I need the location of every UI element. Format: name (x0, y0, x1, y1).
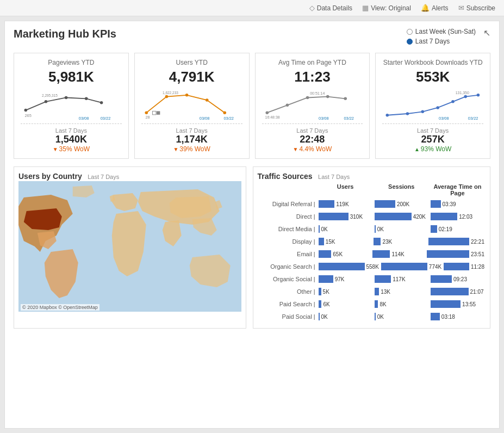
kpi-workbook-last7-label: Last 7 Days (382, 127, 483, 134)
svg-point-23 (326, 95, 329, 98)
view-label: View: Original (371, 4, 411, 12)
users-bar (319, 313, 320, 320)
traffic-sessions-bar-cell: 774K (380, 263, 443, 270)
header-row: Marketing Hub KPIs Last Week (Sun-Sat) L… (14, 28, 490, 45)
svg-point-35 (477, 94, 480, 97)
svg-point-34 (464, 95, 468, 98)
svg-point-31 (421, 110, 425, 114)
time-bar (431, 275, 452, 283)
svg-point-0 (24, 109, 28, 112)
wow-down-arrow (53, 145, 58, 153)
sessions-value: 200K (397, 201, 409, 207)
sessions-bar (375, 313, 376, 320)
users-value: 15K (326, 239, 335, 245)
users-value: 97K (335, 276, 345, 282)
time-value: 21:07 (470, 289, 484, 295)
traffic-time-bar-cell: 23:51 (426, 250, 486, 258)
traffic-row: Email | 65K 114K 23:51 (258, 249, 486, 259)
sessions-bar (375, 213, 412, 220)
traffic-sessions-bar-cell: 0K (374, 313, 430, 320)
traffic-sessions-bar-cell: 114K (371, 250, 426, 258)
traffic-row: Digital Referral | 119K 200K 03:39 (258, 199, 486, 209)
main-content: Marketing Hub KPIs Last Week (Sun-Sat) L… (4, 21, 500, 429)
traffic-source-label: Organic Social | (258, 276, 318, 282)
wow-down-arrow-2 (173, 145, 178, 153)
kpi-workbook: Starter Workbook Downloads YTD 553K 131,… (375, 53, 490, 159)
traffic-time-bar-cell: 13:55 (430, 300, 486, 308)
kpi-workbook-last7-value: 257K (382, 134, 483, 145)
time-value: 11:28 (471, 264, 484, 270)
traffic-users-bar-cell: 5K (318, 288, 374, 295)
kpi-users-chart: 28 1,622,233 03/08 03/22 (141, 88, 242, 120)
kpi-users-last7-value: 1,174K (141, 134, 242, 145)
time-bar (431, 300, 461, 308)
kpi-pageviews-wow: 35% WoW (21, 145, 122, 153)
traffic-users-bar-cell: 0K (318, 313, 374, 320)
svg-point-21 (285, 104, 289, 107)
traffic-time-bar-cell: 21:07 (430, 288, 486, 295)
time-bar (431, 313, 440, 320)
svg-text:16:48:38: 16:48:38 (265, 115, 279, 119)
map-section-title: Users by Country Last 7 Days (18, 171, 241, 181)
svg-text:28: 28 (145, 115, 150, 120)
last-7-days-label: Last 7 Days (415, 38, 450, 45)
kpi-pageviews-label: Pageviews YTD (21, 59, 122, 66)
traffic-sessions-bar-cell: 8K (374, 300, 430, 308)
traffic-time-bar-cell: 11:28 (443, 263, 486, 270)
svg-point-2 (65, 96, 68, 100)
svg-point-10 (165, 95, 168, 98)
alerts-button[interactable]: 🔔 Alerts (421, 4, 449, 12)
last-7-days-radio[interactable] (407, 39, 413, 45)
traffic-source-label: Other | (258, 288, 318, 295)
traffic-subtitle: Last 7 Days (318, 174, 350, 180)
view-icon: ▦ (362, 4, 369, 12)
svg-text:131,350: 131,350 (456, 91, 469, 95)
svg-point-33 (451, 100, 455, 103)
kpi-pageviews-value: 5,981K (21, 69, 122, 85)
kpi-users-last7-label: Last 7 Days (141, 127, 242, 134)
kpi-avg-time-wow: 4.4% WoW (262, 145, 363, 153)
svg-point-12 (206, 98, 209, 102)
kpi-pageviews-last7-label: Last 7 Days (21, 127, 122, 134)
traffic-title: Traffic Sources (258, 172, 313, 181)
map-copyright: © 2020 Mapbox © OpenStreetMap (21, 304, 99, 311)
kpi-cards-row: Pageviews YTD 5,981K 265 2,295,315 03/08… (14, 53, 490, 159)
last-7-days-option[interactable]: Last 7 Days (407, 38, 476, 45)
kpi-avg-time-chart: 16:48:38 00:51:14 03/08 03/22 (262, 88, 363, 120)
svg-text:03/22: 03/22 (344, 116, 354, 120)
users-bar (319, 213, 349, 220)
traffic-source-label: Direct | (258, 213, 318, 220)
time-bar (431, 288, 469, 295)
sessions-value: 774K (429, 264, 441, 270)
svg-point-22 (306, 96, 309, 100)
svg-text:265: 265 (24, 113, 31, 118)
traffic-users-bar-cell: 119K (318, 200, 374, 208)
traffic-row: Direct Media | 0K 0K 02:19 (258, 224, 486, 234)
time-value: 23:51 (471, 251, 484, 257)
email-icon: ✉ (458, 4, 464, 12)
time-bar (431, 200, 441, 208)
svg-text:03/22: 03/22 (101, 116, 111, 120)
subscribe-button[interactable]: ✉ Subscribe (458, 4, 495, 12)
traffic-source-label: Direct Media | (258, 226, 318, 232)
traffic-source-label: Display | (258, 238, 318, 245)
last-week-radio[interactable] (407, 29, 413, 35)
svg-text:00:51:14: 00:51:14 (310, 91, 325, 95)
traffic-row: Display | 15K 23K 22:21 (258, 236, 486, 247)
sessions-value: 117K (393, 276, 405, 282)
users-bar (319, 238, 324, 245)
users-value: 6K (323, 301, 329, 307)
date-filters: Last Week (Sun-Sat) Last 7 Days (407, 28, 476, 45)
time-bar (427, 250, 469, 258)
data-details-button[interactable]: ◇ Data Details (309, 4, 352, 12)
sessions-value: 8K (379, 301, 386, 307)
svg-point-24 (344, 97, 347, 101)
kpi-pageviews-last7-value: 1,540K (21, 134, 122, 145)
view-original-button[interactable]: ▦ View: Original (362, 4, 411, 12)
time-value: 12:03 (459, 214, 472, 220)
last-week-option[interactable]: Last Week (Sun-Sat) (407, 28, 476, 35)
traffic-source-label: Digital Referral | (258, 201, 318, 207)
sessions-value: 114K (391, 251, 404, 257)
traffic-time-bar-cell: 12:03 (430, 213, 486, 220)
svg-point-32 (437, 106, 440, 109)
